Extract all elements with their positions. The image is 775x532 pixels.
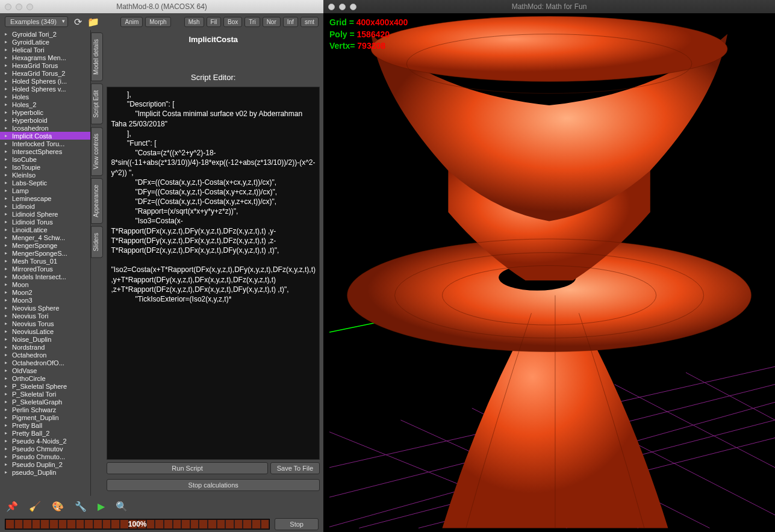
toolbar-button[interactable]: Anim	[120, 17, 143, 27]
tree-item[interactable]: Hyperboloid	[0, 116, 90, 124]
tree-item[interactable]: Interlocked Toru...	[0, 140, 90, 147]
run-script-button[interactable]: Run Script	[107, 462, 267, 474]
tree-item[interactable]: MengerSpongeS...	[0, 249, 90, 257]
palette-icon[interactable]: 🎨	[52, 501, 64, 512]
tree-item[interactable]: Leminescape	[0, 194, 90, 202]
tree-item[interactable]: Moon2	[0, 288, 90, 296]
close-icon[interactable]	[5, 4, 11, 10]
tree-item[interactable]: IsoCube	[0, 155, 90, 163]
vertical-tab[interactable]: Sliders	[91, 226, 103, 258]
tree-item[interactable]: pseudo_Duplin	[0, 468, 90, 476]
tree-item[interactable]: P_SkeletalGraph	[0, 398, 90, 406]
minimize-icon[interactable]	[339, 4, 346, 10]
zoom-icon[interactable]	[26, 4, 33, 10]
tree-item[interactable]: Pseudo Duplin_2	[0, 460, 90, 468]
svg-point-14	[371, 16, 727, 82]
tree-item[interactable]: Holed Spheres v...	[0, 85, 90, 93]
zoom-icon[interactable]	[350, 4, 356, 10]
wrench-icon[interactable]: 🔧	[75, 501, 87, 512]
tree-item[interactable]: HexaGrid Torus_2	[0, 69, 90, 77]
tree-item[interactable]: Perlin Schwarz	[0, 406, 90, 413]
minimize-icon[interactable]	[16, 4, 22, 10]
script-editor[interactable]: ], "Description": [ "Implicit Costa mini…	[107, 87, 320, 460]
tree-item[interactable]: Lidinoid Torus	[0, 218, 90, 226]
tree-item[interactable]: Labs-Septic	[0, 179, 90, 187]
stop-button[interactable]: Stop	[275, 518, 319, 530]
tree-item[interactable]: OldVase	[0, 367, 90, 374]
3d-viewport[interactable]: Grid = 400x400x400 Poly = 1586420 Vertx=…	[323, 13, 775, 532]
tree-item[interactable]: Holes_2	[0, 101, 90, 108]
tree-item[interactable]: OrthoCircle	[0, 374, 90, 382]
tree-item[interactable]: Neovius Sphere	[0, 304, 90, 312]
tree-item[interactable]: Hyperbolic	[0, 108, 90, 116]
tree-item[interactable]: Noise_Duplin	[0, 335, 90, 343]
vertical-tab[interactable]: Appearance	[91, 178, 103, 224]
tree-item[interactable]: NeoviusLatice	[0, 327, 90, 335]
tree-item[interactable]: Pigment_Duplin	[0, 413, 90, 421]
toolbar-button[interactable]: Nor	[263, 17, 281, 27]
tree-item[interactable]: Implicit Costa	[0, 132, 90, 140]
toolbar-button[interactable]: Fil	[207, 17, 222, 27]
tree-item[interactable]: MirroredTorus	[0, 265, 90, 273]
tree-item[interactable]: Octahedron	[0, 351, 90, 359]
vertical-tab[interactable]: Script Edit	[91, 84, 103, 125]
tree-item[interactable]: Pseudo Chmuto...	[0, 453, 90, 460]
tree-item[interactable]: Lamp	[0, 187, 90, 194]
vertical-tab[interactable]: Model details	[91, 32, 103, 81]
titlebar-right: MathMod: Math for Fun	[323, 0, 775, 13]
tree-item[interactable]: Icosahedron	[0, 124, 90, 132]
toolbar-button[interactable]: smt	[300, 17, 319, 27]
toolbar-button[interactable]: Morph	[145, 17, 170, 27]
tree-item[interactable]: Lidinoid	[0, 202, 90, 210]
stop-calculations-button[interactable]: Stop calculations	[107, 479, 320, 491]
toolbar-button[interactable]: Tri	[244, 17, 260, 27]
tree-item[interactable]: Hexagrams Men...	[0, 54, 90, 61]
save-to-file-button[interactable]: Save To File	[270, 462, 320, 474]
progress-bar: 100%	[5, 519, 270, 530]
tree-item[interactable]: Holed Spheres (i...	[0, 77, 90, 85]
tree-item[interactable]: IsoToupie	[0, 163, 90, 171]
play-icon[interactable]: ▶	[98, 501, 105, 512]
tree-item[interactable]: P_Skeletal Sphere	[0, 382, 90, 390]
examples-combo[interactable]: Examples (349)	[5, 16, 68, 27]
vertical-tab[interactable]: View controls	[91, 127, 103, 176]
top-toolbar: Examples (349) ⟳ 📁 AnimMorph MshFilBoxTr…	[0, 13, 323, 30]
tree-item[interactable]: Gyroidal Tori_2	[0, 30, 90, 38]
tree-item[interactable]: Pretty Ball	[0, 421, 90, 429]
toolbar-button[interactable]: Msh	[184, 17, 204, 27]
tree-item[interactable]: Holes	[0, 93, 90, 101]
close-icon[interactable]	[328, 4, 335, 10]
tree-item[interactable]: MengerSponge	[0, 241, 90, 249]
tree-item[interactable]: Models Intersect...	[0, 273, 90, 280]
tree-item[interactable]: Nordstrand	[0, 343, 90, 351]
tree-item[interactable]: Neovius Tori	[0, 312, 90, 320]
tree-item[interactable]: Helical Tori	[0, 46, 90, 54]
tree-item[interactable]: OctahedronOfO...	[0, 359, 90, 367]
toolbar-button[interactable]: Box	[223, 17, 242, 27]
tree-item[interactable]: P_Skeletal Tori	[0, 390, 90, 398]
tree-item[interactable]: KleinIso	[0, 171, 90, 179]
tree-item[interactable]: LinoidLatice	[0, 226, 90, 234]
model-tree[interactable]: Gyroidal Tori_2GyroidLaticeHelical ToriH…	[0, 30, 91, 496]
tree-item[interactable]: GyroidLatice	[0, 38, 90, 46]
tree-item[interactable]: Moon	[0, 280, 90, 288]
rendered-surface	[329, 16, 775, 528]
reload-icon[interactable]: ⟳	[72, 16, 84, 28]
tree-item[interactable]: Moon3	[0, 296, 90, 304]
search-icon[interactable]: 🔍	[116, 501, 128, 512]
tree-item[interactable]: Menger_4 Schw...	[0, 234, 90, 241]
tree-item[interactable]: Neovius Torus	[0, 320, 90, 327]
broom-icon[interactable]: 🧹	[29, 501, 41, 512]
tree-item[interactable]: IntersectSpheres	[0, 147, 90, 155]
window-controls-right	[328, 4, 356, 10]
toolbar-button[interactable]: Inf	[283, 17, 298, 27]
tree-item[interactable]: Mesh Torus_01	[0, 257, 90, 265]
tree-item[interactable]: Lidinoid Sphere	[0, 210, 90, 218]
tree-item[interactable]: HexaGrid Torus	[0, 61, 90, 69]
render-window: MathMod: Math for Fun	[323, 0, 775, 532]
tree-item[interactable]: Pseudo Chmutov	[0, 445, 90, 453]
tree-item[interactable]: Pretty Ball_2	[0, 429, 90, 437]
tree-item[interactable]: Pseudo 4-Noids_2	[0, 437, 90, 445]
folder-icon[interactable]: 📁	[87, 16, 99, 28]
pin-icon[interactable]: 📌	[6, 501, 18, 512]
